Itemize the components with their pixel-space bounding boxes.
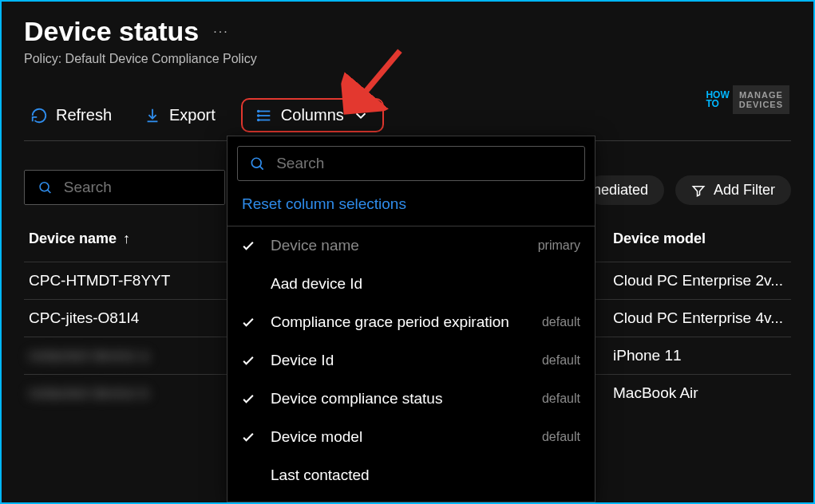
checkmark-icon: [239, 391, 258, 407]
download-icon: [144, 107, 161, 124]
column-option[interactable]: Device Iddefault: [227, 341, 595, 380]
page-title: Device status: [24, 16, 199, 47]
export-label: Export: [169, 106, 216, 124]
column-option-label: Aad device Id: [271, 275, 362, 293]
column-option-label: Compliance grace period expiration: [271, 313, 509, 331]
columns-search[interactable]: [237, 146, 585, 181]
column-option-tag: default: [542, 315, 580, 329]
filter-pill-remediated[interactable]: nediated: [587, 175, 664, 205]
cell-device-model: Cloud PC Enterprise 2v...: [603, 272, 786, 289]
page-search[interactable]: [24, 170, 225, 205]
columns-icon: [255, 107, 273, 124]
checkmark-icon: [239, 314, 258, 330]
search-icon: [38, 179, 53, 196]
svg-point-4: [258, 115, 259, 116]
reset-columns-link[interactable]: Reset column selections: [227, 187, 595, 221]
annotation-arrow-icon: [338, 45, 416, 115]
add-filter-button[interactable]: Add Filter: [675, 175, 791, 205]
svg-point-6: [40, 183, 49, 191]
filter-pill-label: nediated: [593, 182, 648, 199]
column-option-tag: default: [542, 353, 580, 368]
column-header-label: Device model: [613, 230, 706, 247]
more-button[interactable]: ···: [213, 25, 228, 39]
columns-dropdown: Reset column selections Device nameprima…: [227, 136, 595, 502]
column-option[interactable]: Aad device Id: [227, 265, 595, 303]
refresh-button[interactable]: Refresh: [24, 101, 118, 129]
svg-point-7: [251, 158, 261, 167]
watermark-logo: HOWTO MANAGEDEVICES: [706, 85, 789, 114]
page-search-input[interactable]: [64, 179, 212, 196]
add-filter-label: Add Filter: [714, 182, 775, 199]
checkmark-icon: [239, 352, 258, 368]
column-option[interactable]: Device modeldefault: [227, 418, 595, 456]
cell-device-model: Cloud PC Enterprise 4v...: [603, 309, 786, 327]
checkmark-icon: [239, 238, 258, 254]
filter-icon: [691, 183, 706, 198]
column-option[interactable]: Last contacted: [227, 456, 595, 494]
svg-point-3: [258, 110, 259, 112]
column-option-label: Last contacted: [271, 467, 370, 484]
column-option-label: Device model: [271, 428, 362, 446]
sort-ascending-icon: ↑: [123, 230, 130, 247]
export-button[interactable]: Export: [137, 101, 222, 129]
columns-dropdown-scroll[interactable]: Reset column selections Device nameprima…: [227, 136, 595, 502]
column-option[interactable]: Device nameprimary: [227, 226, 595, 265]
column-option-label: Device compliance status: [271, 390, 442, 408]
cell-device-model: MacBook Air: [603, 384, 786, 402]
svg-point-5: [258, 119, 259, 120]
search-icon: [249, 155, 265, 172]
column-option[interactable]: Device compliance statusdefault: [227, 380, 595, 418]
column-option-label: Device Id: [271, 352, 334, 369]
checkmark-icon: [239, 429, 258, 445]
column-header-device-model[interactable]: Device model: [603, 230, 786, 247]
column-header-label: Device name: [29, 230, 117, 247]
columns-label: Columns: [281, 106, 344, 124]
refresh-icon: [30, 107, 48, 124]
columns-search-input[interactable]: [276, 155, 573, 172]
column-option-tag: primary: [538, 238, 580, 253]
column-option-label: Device name: [271, 237, 359, 254]
column-option-tag: default: [542, 392, 580, 406]
column-option[interactable]: Compliance grace period expirationdefaul…: [227, 303, 595, 341]
column-option-tag: default: [542, 430, 580, 444]
cell-device-model: iPhone 11: [603, 347, 786, 364]
refresh-label: Refresh: [56, 106, 112, 124]
